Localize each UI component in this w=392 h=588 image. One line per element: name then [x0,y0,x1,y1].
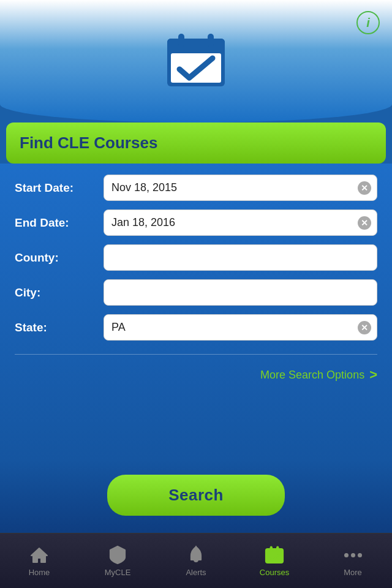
more-search-options-label: More Search Options [260,369,364,382]
state-row: State: ✕ [15,314,377,341]
header-area: i [0,0,392,123]
page-title: Find CLE Courses [20,134,157,152]
city-input-wrapper [104,279,377,306]
end-date-input-wrapper: ✕ [104,209,377,236]
end-date-input[interactable] [104,209,377,236]
county-input-wrapper [104,244,377,271]
tab-alerts[interactable]: Alerts [157,533,235,588]
form-area: Start Date: ✕ End Date: ✕ County: City: [0,164,392,460]
tab-home-label: Home [29,568,50,577]
svg-rect-10 [266,551,283,554]
tab-alerts-label: Alerts [186,568,206,577]
city-row: City: [15,279,377,306]
state-label: State: [15,321,104,334]
dot-3 [358,553,362,557]
tab-bar: Home MyCLE Alerts [0,533,392,588]
more-icon [342,545,363,565]
start-date-clear-button[interactable]: ✕ [358,181,371,195]
svg-rect-2 [167,46,225,52]
svg-rect-4 [178,34,184,47]
svg-marker-6 [31,548,47,562]
alerts-icon [186,545,206,565]
tab-courses-label: Courses [260,568,289,577]
state-clear-button[interactable]: ✕ [358,321,371,334]
county-label: County: [15,251,104,265]
start-date-input[interactable] [104,175,377,201]
mycle-icon [107,545,128,565]
info-button[interactable]: i [356,11,380,34]
content-wrapper: Find CLE Courses Start Date: ✕ End Date:… [0,123,392,533]
tab-more-label: More [344,568,362,577]
more-search-options-button[interactable]: More Search Options > [15,360,377,390]
calendar-icon-container [162,28,230,95]
state-input-wrapper: ✕ [104,314,377,341]
state-input[interactable] [104,314,377,341]
calendar-check-icon [162,28,230,95]
svg-rect-11 [270,546,273,551]
tab-more[interactable]: More [314,533,392,588]
title-bar: Find CLE Courses [6,123,386,164]
start-date-row: Start Date: ✕ [15,175,377,201]
city-label: City: [15,286,104,300]
end-date-label: End Date: [15,216,104,230]
county-input[interactable] [104,244,377,271]
svg-rect-5 [208,34,214,47]
city-input[interactable] [104,279,377,306]
start-date-label: Start Date: [15,181,104,195]
courses-icon [264,545,285,565]
end-date-row: End Date: ✕ [15,209,377,236]
more-search-options-arrow: > [369,367,377,383]
svg-rect-12 [277,546,279,551]
county-row: County: [15,244,377,271]
tab-courses[interactable]: Courses [235,533,314,588]
tab-home[interactable]: Home [0,533,78,588]
search-button-area: Search [0,460,392,533]
end-date-clear-button[interactable]: ✕ [358,216,371,230]
home-icon [29,545,50,565]
dot-1 [344,553,349,557]
dot-2 [351,553,355,557]
tab-mycle-label: MyCLE [105,568,131,577]
start-date-input-wrapper: ✕ [104,175,377,201]
form-divider [15,354,377,355]
search-button[interactable]: Search [107,475,285,516]
tab-mycle[interactable]: MyCLE [78,533,157,588]
